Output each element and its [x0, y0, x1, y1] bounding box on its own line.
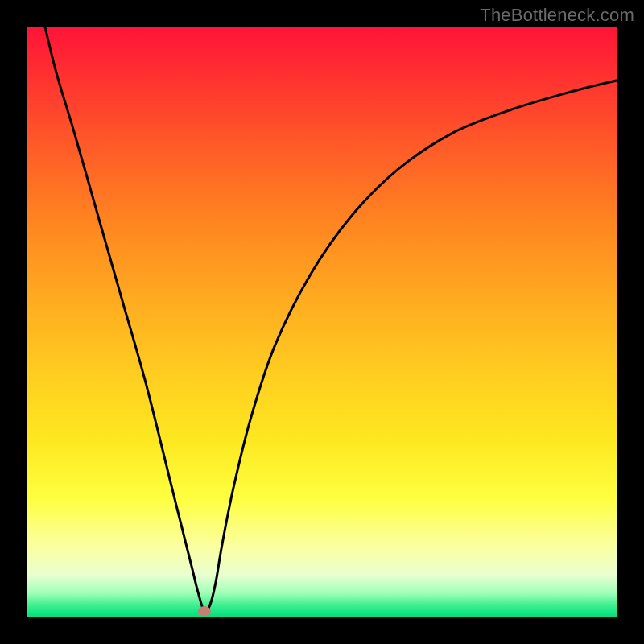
curve-layer [27, 27, 617, 617]
bottleneck-curve [45, 27, 617, 611]
watermark-text: TheBottleneck.com [480, 5, 634, 26]
chart-plot-area [27, 27, 617, 617]
optimum-marker [198, 606, 211, 616]
chart-frame: TheBottleneck.com [0, 0, 644, 644]
